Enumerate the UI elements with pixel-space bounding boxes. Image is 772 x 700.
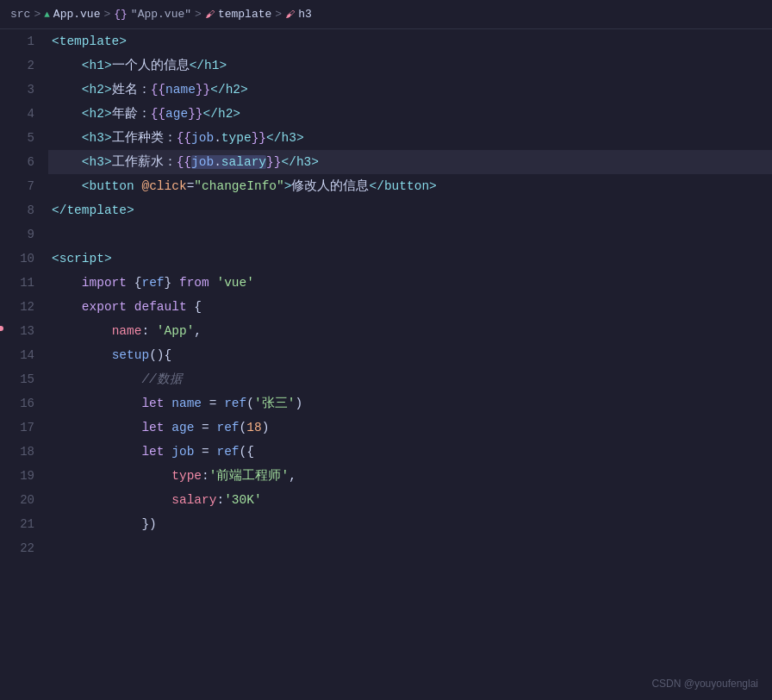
bc-vue-icon: ▲ <box>44 9 50 20</box>
line-number: 5 <box>17 126 34 150</box>
bc-quoted[interactable]: "App.vue" <box>131 8 191 21</box>
breadcrumb-bar: src > ▲ App.vue > {} "App.vue" > 🖌 templ… <box>0 0 772 29</box>
watermark: CSDN @youyoufenglai <box>651 678 758 690</box>
code-line[interactable]: <h2>年龄：{{age}}</h2> <box>48 102 772 126</box>
code-line[interactable]: let job = ref({ <box>48 440 772 464</box>
line-number: 7 <box>17 174 34 198</box>
code-line[interactable]: //数据 <box>48 367 772 391</box>
code-line[interactable]: let age = ref(18) <box>48 416 772 440</box>
code-line[interactable]: <h2>姓名：{{name}}</h2> <box>48 78 772 102</box>
line-number: 1 <box>17 29 34 53</box>
bc-template[interactable]: template <box>218 8 271 21</box>
code-line[interactable]: <button @click="changeInfo">修改人的信息</butt… <box>48 174 772 198</box>
line-number: 12 <box>17 295 34 319</box>
code-line[interactable]: export default { <box>48 295 772 319</box>
bc-sep2: > <box>103 8 110 21</box>
code-line[interactable]: <h3>工作薪水：{{job.salary}}</h3> <box>48 150 772 174</box>
line-number: 16 <box>17 391 34 416</box>
bc-sep4: > <box>275 8 282 21</box>
bc-sep: > <box>34 8 40 21</box>
line-number: 3 <box>17 78 34 102</box>
line-number: 14 <box>17 343 34 367</box>
left-indicator <box>0 29 3 700</box>
code-line[interactable] <box>48 222 772 247</box>
code-lines[interactable]: <template> <h1>一个人的信息</h1> <h2>姓名：{{name… <box>45 29 772 700</box>
line-numbers: 12345678910111213141516171819202122 <box>3 29 45 700</box>
red-dot <box>0 326 3 331</box>
line-number: 11 <box>17 271 34 295</box>
code-line[interactable]: salary:'30K' <box>48 488 772 512</box>
code-line[interactable]: setup(){ <box>48 343 772 367</box>
line-number: 17 <box>17 416 34 440</box>
code-line[interactable] <box>48 536 772 560</box>
bc-sep3: > <box>195 8 202 21</box>
bc-file[interactable]: App.vue <box>53 8 101 21</box>
line-number: 19 <box>17 464 34 488</box>
code-line[interactable]: type:'前端工程师', <box>48 464 772 488</box>
code-line[interactable]: name: 'App', <box>48 319 772 343</box>
line-number: 10 <box>17 247 34 271</box>
line-number: 22 <box>17 536 34 560</box>
code-line[interactable]: }) <box>48 512 772 536</box>
code-line[interactable]: let name = ref('张三') <box>48 391 772 416</box>
code-area[interactable]: 12345678910111213141516171819202122 <tem… <box>0 29 772 700</box>
bc-tag-icon2: 🖌 <box>285 9 295 20</box>
code-line[interactable]: <template> <box>48 29 772 53</box>
code-line[interactable]: import {ref} from 'vue' <box>48 271 772 295</box>
line-number: 9 <box>17 222 34 247</box>
code-line[interactable]: </template> <box>48 198 772 222</box>
line-number: 6 <box>17 150 34 174</box>
line-number: 20 <box>17 488 34 512</box>
line-number: 2 <box>17 53 34 78</box>
bc-src: src <box>10 8 30 21</box>
code-line[interactable]: <h1>一个人的信息</h1> <box>48 53 772 78</box>
bc-h3[interactable]: h3 <box>298 8 312 21</box>
line-number: 13 <box>17 319 34 343</box>
line-number: 8 <box>17 198 34 222</box>
line-number: 15 <box>17 367 34 391</box>
code-line[interactable]: <h3>工作种类：{{job.type}}</h3> <box>48 126 772 150</box>
line-number: 4 <box>17 102 34 126</box>
line-number: 18 <box>17 440 34 464</box>
bc-braces: {} <box>114 8 128 21</box>
code-line[interactable]: <script> <box>48 247 772 271</box>
editor-container: 12345678910111213141516171819202122 <tem… <box>0 29 772 700</box>
bc-tag-icon: 🖌 <box>205 9 215 20</box>
line-number: 21 <box>17 512 34 536</box>
